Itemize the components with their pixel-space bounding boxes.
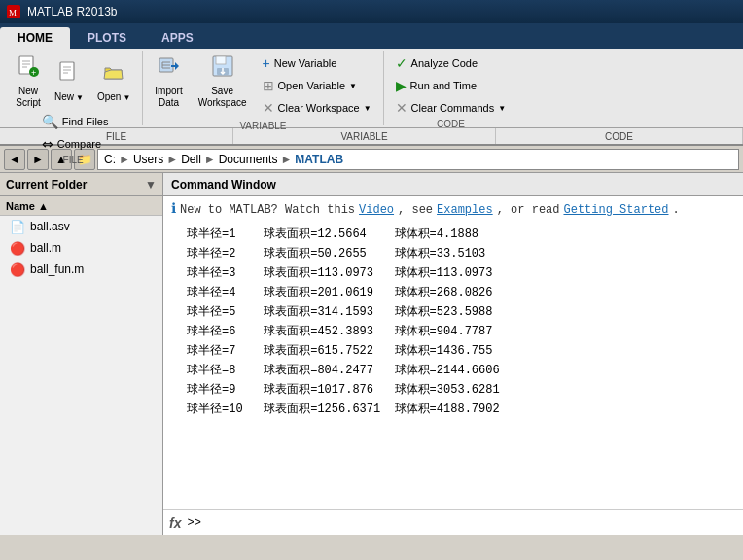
find-files-label: Find Files bbox=[62, 116, 109, 127]
run-and-time-icon: ▶ bbox=[396, 78, 407, 93]
ribbon-group-file: + NewScript New ▼ bbox=[4, 51, 143, 125]
new-variable-button[interactable]: + New Variable bbox=[257, 52, 377, 74]
clear-commands-icon: ✕ bbox=[396, 100, 407, 116]
new-button[interactable]: New ▼ bbox=[49, 52, 89, 111]
file-name-ball-asv: ball.asv bbox=[30, 220, 70, 233]
file-group-label: FILE bbox=[63, 155, 84, 167]
list-item[interactable]: 📄 ball.asv bbox=[0, 216, 162, 237]
clear-commands-arrow: ▼ bbox=[498, 104, 506, 113]
variable-group-label: VARIABLE bbox=[239, 121, 286, 133]
compare-icon: ⇔ bbox=[42, 136, 53, 152]
open-variable-icon: ⊞ bbox=[263, 78, 274, 93]
info-sep2: , or read bbox=[497, 203, 560, 217]
path-documents: Documents bbox=[219, 153, 278, 166]
open-variable-label: Open Variable bbox=[278, 80, 346, 91]
command-window-header: Command Window bbox=[163, 173, 743, 196]
analyze-code-label: Analyze Code bbox=[411, 57, 478, 69]
output-line: 球半径=4 球表面积=201.0619 球体积=268.0826 bbox=[171, 283, 735, 302]
path-users: Users bbox=[133, 153, 163, 166]
output-lines: 球半径=1 球表面积=12.5664 球体积=4.1888球半径=2 球表面积=… bbox=[171, 225, 735, 419]
fx-label: fx bbox=[169, 515, 181, 531]
file-name-ball-m: ball.m bbox=[30, 241, 61, 255]
import-data-label: ImportData bbox=[155, 86, 182, 109]
info-sep1: , see bbox=[398, 203, 433, 217]
output-line: 球半径=3 球表面积=113.0973 球体积=113.0973 bbox=[171, 263, 735, 283]
save-workspace-label: SaveWorkspace bbox=[198, 86, 247, 109]
file-icon-m-1: 🔴 bbox=[10, 241, 25, 256]
find-files-icon: 🔍 bbox=[42, 114, 58, 129]
tab-plots[interactable]: PLOTS bbox=[70, 27, 144, 49]
new-icon bbox=[57, 60, 81, 89]
file-buttons-row: + NewScript New ▼ bbox=[10, 52, 136, 111]
output-line: 球半径=8 球表面积=804.2477 球体积=2144.6606 bbox=[171, 361, 735, 380]
output-line: 球半径=7 球表面积=615.7522 球体积=1436.755 bbox=[171, 341, 735, 361]
tab-home[interactable]: HOME bbox=[0, 27, 70, 49]
output-line: 球半径=9 球表面积=1017.876 球体积=3053.6281 bbox=[171, 380, 735, 400]
info-video-link[interactable]: Video bbox=[359, 203, 394, 217]
sep1: ► bbox=[119, 153, 130, 166]
list-item[interactable]: 🔴 ball.m bbox=[0, 237, 162, 259]
command-window-content[interactable]: ℹ New to MATLAB? Watch this Video , see … bbox=[163, 196, 743, 509]
file-name-ball-fun-m: ball_fun.m bbox=[30, 262, 84, 276]
tab-apps[interactable]: APPS bbox=[144, 27, 211, 49]
run-and-time-button[interactable]: ▶ Run and Time bbox=[390, 75, 513, 96]
clear-commands-label: Clear Commands bbox=[411, 102, 495, 114]
info-examples-link[interactable]: Examples bbox=[437, 203, 493, 217]
file-list-name-col: Name ▲ bbox=[6, 200, 49, 212]
output-line: 球半径=1 球表面积=12.5664 球体积=4.1888 bbox=[171, 225, 735, 244]
new-variable-icon: + bbox=[263, 55, 270, 71]
sidebar-header: Current Folder ▼ bbox=[0, 173, 162, 196]
open-button[interactable]: Open ▼ bbox=[91, 52, 136, 111]
command-window: Command Window ℹ New to MATLAB? Watch th… bbox=[163, 173, 743, 535]
ribbon-tabs: HOME PLOTS APPS bbox=[0, 23, 743, 49]
clear-workspace-label: Clear Workspace bbox=[278, 102, 360, 114]
path-dell: Dell bbox=[181, 153, 201, 166]
file-icon-asv: 📄 bbox=[10, 220, 25, 234]
command-window-title: Command Window bbox=[171, 178, 276, 192]
back-button[interactable]: ◄ bbox=[4, 149, 25, 170]
find-files-button[interactable]: 🔍 Find Files bbox=[36, 111, 115, 132]
open-variable-button[interactable]: ⊞ Open Variable ▼ bbox=[257, 75, 377, 96]
main-area: Current Folder ▼ Name ▲ 📄 ball.asv 🔴 bal… bbox=[0, 173, 743, 535]
clear-commands-button[interactable]: ✕ Clear Commands ▼ bbox=[390, 97, 513, 119]
info-getting-started-link[interactable]: Getting Started bbox=[563, 203, 668, 217]
import-data-icon bbox=[158, 54, 181, 84]
clear-workspace-arrow: ▼ bbox=[364, 104, 372, 113]
compare-button[interactable]: ⇔ Compare bbox=[36, 133, 115, 155]
app-title: MATLAB R2013b bbox=[27, 5, 118, 18]
code-buttons: ✓ Analyze Code ▶ Run and Time ✕ Clear Co… bbox=[390, 52, 513, 119]
new-script-icon: + bbox=[17, 54, 40, 84]
svg-rect-8 bbox=[60, 62, 74, 80]
sidebar-title: Current Folder bbox=[6, 178, 87, 192]
code-section-label: CODE bbox=[496, 128, 743, 144]
nav-path[interactable]: C: ► Users ► Dell ► Documents ► MATLAB bbox=[97, 149, 739, 170]
info-end: . bbox=[673, 203, 680, 217]
clear-workspace-button[interactable]: ✕ Clear Workspace ▼ bbox=[257, 97, 377, 119]
command-input[interactable] bbox=[207, 516, 737, 530]
sep3: ► bbox=[204, 153, 216, 166]
prompt: >> bbox=[187, 516, 200, 530]
file-list-header: Name ▲ bbox=[0, 196, 162, 216]
svg-rect-18 bbox=[216, 56, 226, 64]
analyze-code-button[interactable]: ✓ Analyze Code bbox=[390, 52, 513, 74]
compare-label: Compare bbox=[57, 138, 101, 150]
analyze-code-icon: ✓ bbox=[396, 55, 407, 71]
info-banner: ℹ New to MATLAB? Watch this Video , see … bbox=[171, 200, 735, 217]
list-item[interactable]: 🔴 ball_fun.m bbox=[0, 259, 162, 280]
sidebar-menu-icon[interactable]: ▼ bbox=[145, 178, 157, 192]
ribbon-group-variable: ImportData SaveWorkspace + bbox=[143, 51, 383, 125]
ribbon-group-code: ✓ Analyze Code ▶ Run and Time ✕ Clear Co… bbox=[384, 51, 518, 125]
output-line: 球半径=5 球表面积=314.1593 球体积=523.5988 bbox=[171, 302, 735, 322]
output-line: 球半径=10 球表面积=1256.6371 球体积=4188.7902 bbox=[171, 400, 735, 419]
info-icon: ℹ bbox=[171, 200, 176, 217]
variable-top-row: ImportData SaveWorkspace + bbox=[149, 52, 376, 119]
output-line: 球半径=6 球表面积=452.3893 球体积=904.7787 bbox=[171, 322, 735, 341]
sidebar: Current Folder ▼ Name ▲ 📄 ball.asv 🔴 bal… bbox=[0, 173, 163, 535]
new-script-button[interactable]: + NewScript bbox=[10, 52, 47, 111]
open-label: Open bbox=[97, 91, 121, 103]
sep4: ► bbox=[280, 153, 292, 166]
save-workspace-button[interactable]: SaveWorkspace bbox=[193, 52, 253, 111]
new-arrow-icon: ▼ bbox=[76, 93, 84, 102]
import-data-button[interactable]: ImportData bbox=[149, 52, 188, 111]
file-icon-m-2: 🔴 bbox=[10, 262, 25, 277]
